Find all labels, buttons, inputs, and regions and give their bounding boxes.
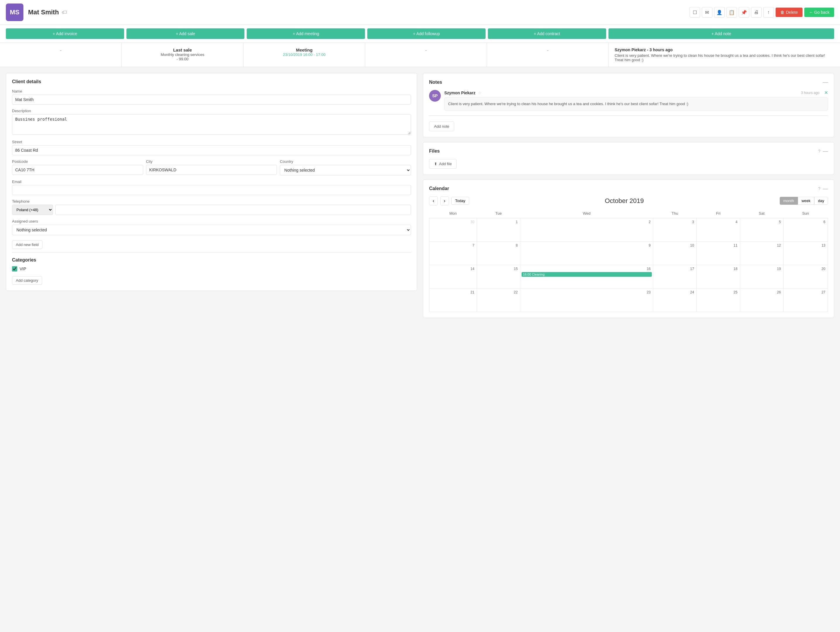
cal-day-1[interactable]: 1 [477, 218, 520, 241]
upload-icon: ⬆ [434, 162, 437, 166]
main-content: Client details Name Description Bussines… [0, 67, 840, 324]
name-input[interactable] [12, 95, 411, 105]
cal-day-22[interactable]: 22 [477, 288, 520, 312]
add-file-button[interactable]: ⬆ Add file [429, 159, 456, 169]
invoice-summary: - [0, 43, 122, 67]
cal-day-23[interactable]: 23 [520, 288, 653, 312]
category-vip-item: VIP [12, 266, 411, 271]
note-star-icon[interactable]: ☆ [478, 90, 482, 95]
meeting-link[interactable]: 23/10/2019 16:00 - 17:00 [249, 52, 359, 57]
cal-day-25[interactable]: 25 [696, 288, 740, 312]
calendar-grid: Mon Tue Wed Thu Fri Sat Sun 30 1 2 3 [429, 209, 828, 312]
phone-input[interactable] [55, 205, 411, 215]
cal-header-wed: Wed [520, 209, 653, 218]
cal-day-18[interactable]: 18 [696, 265, 740, 288]
cal-day-3[interactable]: 3 [653, 218, 696, 241]
note-delete-icon[interactable]: ✕ [824, 90, 828, 95]
add-field-button[interactable]: Add new field [12, 241, 43, 249]
cal-day-19[interactable]: 19 [740, 265, 783, 288]
description-group: Description Bussines proffesional [12, 109, 411, 136]
cal-day-14[interactable]: 14 [429, 265, 477, 288]
cal-day-17[interactable]: 17 [653, 265, 696, 288]
cal-day-7[interactable]: 7 [429, 241, 477, 265]
meeting-summary: Meeting 23/10/2019 16:00 - 17:00 [243, 43, 365, 67]
cal-day-21[interactable]: 21 [429, 288, 477, 312]
cal-day-13[interactable]: 13 [783, 241, 828, 265]
note-summary-author: Szymon Piekarz - 3 hours ago [615, 48, 834, 52]
note-content: Szymon Piekarz ☆ 3 hours ago ✕ Client is… [444, 90, 828, 111]
phone-row: Poland (+48) [12, 205, 411, 215]
cal-day-8[interactable]: 8 [477, 241, 520, 265]
notes-collapse-icon[interactable]: — [823, 79, 828, 85]
calendar-prev-button[interactable]: ‹ [429, 196, 438, 205]
add-invoice-button[interactable]: + Add invoice [6, 29, 124, 39]
calendar-next-button[interactable]: › [440, 196, 449, 205]
add-followup-button[interactable]: + Add followup [367, 29, 486, 39]
assigned-group: Assigned users Nothing selected [12, 219, 411, 235]
copy-button[interactable]: 📋 [726, 7, 737, 17]
add-meeting-button[interactable]: + Add meeting [247, 29, 365, 39]
cal-day-24[interactable]: 24 [653, 288, 696, 312]
last-sale-sub2: - 99.00 [128, 57, 237, 61]
calendar-collapse-icon[interactable]: — [823, 186, 828, 192]
postcode-label: Postcode [12, 159, 143, 164]
postcode-group: Postcode [12, 159, 143, 176]
files-collapse-icon[interactable]: — [823, 148, 828, 154]
street-label: Street [12, 140, 411, 144]
add-note-button[interactable]: Add note [429, 122, 454, 131]
cal-day-12[interactable]: 12 [740, 241, 783, 265]
pin-button[interactable]: 📌 [739, 7, 749, 17]
cal-day-4[interactable]: 4 [696, 218, 740, 241]
cal-day-16[interactable]: 16 16:00 Cleaning [520, 265, 653, 288]
cal-day-11[interactable]: 11 [696, 241, 740, 265]
calendar-today-button[interactable]: Today [451, 197, 469, 205]
files-help-icon[interactable]: ? [818, 149, 820, 154]
delete-button[interactable]: 🗑 Delete [775, 8, 802, 17]
contract-summary: - [487, 43, 609, 67]
calendar-month-view-button[interactable]: month [780, 197, 798, 205]
calendar-help-icon[interactable]: ? [818, 186, 820, 191]
city-input[interactable] [146, 165, 277, 175]
cal-day-27[interactable]: 27 [783, 288, 828, 312]
assigned-select[interactable]: Nothing selected [12, 225, 411, 235]
street-input[interactable] [12, 145, 411, 155]
cal-day-6[interactable]: 6 [783, 218, 828, 241]
phone-country-select[interactable]: Poland (+48) [12, 205, 53, 215]
notes-header: Notes — [429, 79, 828, 85]
add-category-button[interactable]: Add category [12, 276, 42, 285]
summary-bar: - Last sale Monthly cleaning services - … [0, 43, 840, 67]
cal-day-2[interactable]: 2 [520, 218, 653, 241]
archive-button[interactable]: ☐ [690, 7, 700, 17]
vip-checkbox[interactable] [12, 266, 17, 271]
email-input[interactable] [12, 185, 411, 195]
trash-icon: 🗑 [780, 10, 785, 15]
upload-button[interactable]: ↑ [763, 7, 774, 17]
cal-day-20[interactable]: 20 [783, 265, 828, 288]
header: MS Mat Smith 🏷 ☐ ✉ 👤 📋 📌 🖨 ↑ 🗑 Delete ← … [0, 0, 840, 25]
calendar-days-header: Mon Tue Wed Thu Fri Sat Sun [429, 209, 828, 218]
cal-day-5[interactable]: 5 [740, 218, 783, 241]
email-button[interactable]: ✉ [702, 7, 712, 17]
cal-day-15[interactable]: 15 [477, 265, 520, 288]
location-row: Postcode City Country Nothing selected [12, 159, 411, 179]
country-select[interactable]: Nothing selected [280, 165, 411, 176]
postcode-input[interactable] [12, 165, 143, 175]
cal-day-26[interactable]: 26 [740, 288, 783, 312]
avatar: MS [6, 3, 24, 21]
calendar-title: Calendar [429, 186, 449, 191]
user-button[interactable]: 👤 [714, 7, 725, 17]
calendar-day-view-button[interactable]: day [814, 197, 828, 205]
print-button[interactable]: 🖨 [751, 7, 761, 17]
cal-day-9[interactable]: 9 [520, 241, 653, 265]
left-panel: Client details Name Description Bussines… [6, 73, 417, 318]
cal-day-sep30[interactable]: 30 [429, 218, 477, 241]
goback-button[interactable]: ← Go back [804, 8, 834, 17]
add-contract-button[interactable]: + Add contract [488, 29, 606, 39]
cal-day-10[interactable]: 10 [653, 241, 696, 265]
calendar-week-view-button[interactable]: week [798, 197, 814, 205]
cal-event-cleaning[interactable]: 16:00 Cleaning [521, 272, 652, 277]
files-card: Files ? — ⬆ Add file [423, 142, 834, 175]
add-note-button[interactable]: + Add note [608, 29, 834, 39]
add-sale-button[interactable]: + Add sale [126, 29, 245, 39]
description-input[interactable]: Bussines proffesional [12, 114, 411, 135]
